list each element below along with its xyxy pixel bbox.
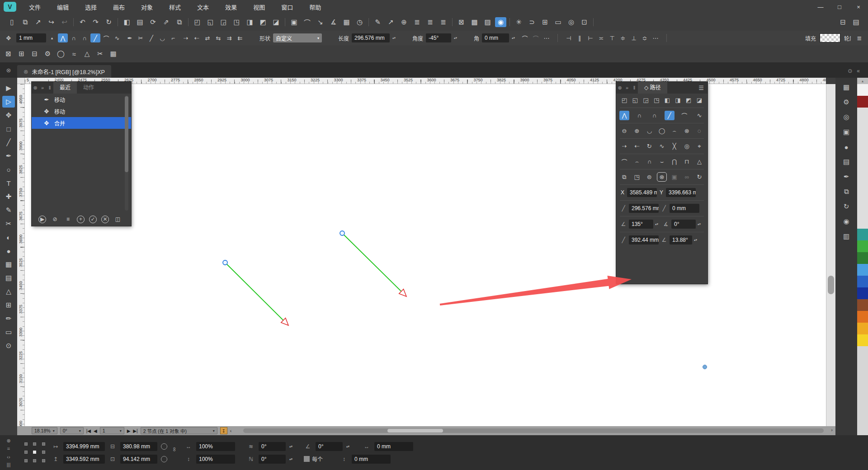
color-swatch[interactable] xyxy=(857,240,868,252)
align-middle-icon[interactable]: ≑ xyxy=(618,33,628,42)
panel-collapse-icon[interactable]: » xyxy=(39,85,46,90)
shape-union-icon[interactable]: ◰ xyxy=(619,95,629,105)
more-align-icon[interactable]: ⋯ xyxy=(651,33,660,42)
menu-item-4[interactable]: 画布 xyxy=(105,3,133,11)
text-tool[interactable]: T xyxy=(2,177,15,189)
node-curve-icon[interactable]: ◡ xyxy=(157,33,167,42)
length-field[interactable]: 296.576 mm xyxy=(352,33,390,42)
maximize-button[interactable]: □ xyxy=(830,4,849,10)
merge-icon[interactable]: ◨ xyxy=(244,17,255,27)
align-bottom-icon[interactable]: ⊥ xyxy=(629,33,639,42)
width-field[interactable]: 380.98 mm xyxy=(120,442,157,451)
redo-icon[interactable]: ↷ xyxy=(90,17,101,27)
menu-item-9[interactable]: 视图 xyxy=(245,3,273,11)
curve-segment-icon[interactable]: ∩ xyxy=(80,33,90,42)
color-swatch[interactable] xyxy=(857,276,868,287)
grid-mode-icon[interactable]: ▦ xyxy=(108,49,119,59)
history-item-2[interactable]: ✥移动 xyxy=(32,105,131,117)
duplicate-path-icon[interactable]: ⧉ xyxy=(619,172,629,182)
export-document-icon[interactable]: ↗ xyxy=(33,17,44,27)
mesh-tool[interactable]: ▦ xyxy=(2,258,15,270)
open-document-icon[interactable]: ⧉ xyxy=(19,17,31,27)
panel-menu-icon[interactable]: ☰ xyxy=(698,85,704,91)
refresh-panel-icon[interactable]: ↻ xyxy=(841,202,852,212)
history-item-1[interactable]: ✒移动 xyxy=(32,94,131,105)
node-handle-icon[interactable]: ⌐ xyxy=(168,33,178,42)
scroll-right-icon[interactable]: › xyxy=(831,427,833,432)
marquee-tool[interactable]: □ xyxy=(2,123,15,135)
ellipse-tool[interactable]: ○ xyxy=(2,164,15,175)
path-angle-stepper[interactable]: ▴▾ xyxy=(655,223,660,226)
select-region-icon[interactable]: ⊞ xyxy=(539,17,551,27)
pen-panel-icon[interactable]: ✒ xyxy=(841,172,852,182)
share-document-icon[interactable]: ↪ xyxy=(46,17,57,27)
node-line-icon[interactable]: ╱ xyxy=(146,33,156,42)
align-right-icon[interactable]: ⊢ xyxy=(585,33,595,42)
path-x-field[interactable]: 3585.489 mm xyxy=(627,188,657,197)
offset-horizontal-field[interactable]: 0 mm xyxy=(374,442,413,451)
panel-close-icon[interactable]: ⊗ xyxy=(32,85,39,91)
path-angle-2-field[interactable]: 0° xyxy=(671,220,696,229)
color-panel-icon[interactable]: ● xyxy=(841,142,852,152)
skew-vertical-field[interactable]: 0° xyxy=(259,455,286,464)
union-icon[interactable]: ◰ xyxy=(192,17,203,27)
bars-icon[interactable]: ||| xyxy=(7,462,11,467)
proportional-toggle-2[interactable] xyxy=(161,456,167,462)
library-panel-icon[interactable]: ▥ xyxy=(841,231,852,241)
rotation-select[interactable]: 0°▾ xyxy=(60,427,84,434)
outline-path-icon[interactable]: ◌ xyxy=(694,126,704,136)
back-bracket-icon[interactable]: ‹ xyxy=(230,428,232,433)
panel-close-icon[interactable]: ⊗ xyxy=(6,438,10,444)
knife-mode-icon[interactable]: ✂ xyxy=(94,49,106,59)
next-page-button[interactable]: ▶ xyxy=(127,428,131,433)
stack-up-icon[interactable]: ≣ xyxy=(425,17,436,27)
panel-pin-icon[interactable]: ‖ xyxy=(46,85,53,90)
panel-pin-icon[interactable]: ‖ xyxy=(631,85,638,90)
color-swatch[interactable] xyxy=(857,264,868,276)
new-view-icon[interactable]: ⊞ xyxy=(16,49,27,59)
proportional-toggle[interactable] xyxy=(161,443,167,450)
line-segment-icon[interactable]: ╱ xyxy=(665,111,675,120)
subtract-icon[interactable]: ◲ xyxy=(218,17,229,27)
polygon-tool[interactable]: △ xyxy=(2,286,15,297)
path-angle-2-stepper[interactable]: ▴▾ xyxy=(698,223,703,226)
combine-path-icon[interactable]: ◳ xyxy=(632,172,642,182)
menu-item-7[interactable]: 文本 xyxy=(189,3,217,11)
close-button[interactable]: × xyxy=(849,4,868,10)
cancel-history-icon[interactable]: ✕ xyxy=(101,216,109,223)
color-swatch[interactable] xyxy=(857,84,868,96)
height-field[interactable]: 94.142 mm xyxy=(120,455,157,464)
angle-brackets-icon[interactable]: ‹› xyxy=(7,454,10,460)
magnet-icon[interactable]: ⊃ xyxy=(526,17,538,27)
brush-tool[interactable]: ✎ xyxy=(2,204,15,216)
menu-item-10[interactable]: 窗口 xyxy=(273,3,301,11)
bezier-segment-icon[interactable]: ⌒ xyxy=(101,33,111,42)
menu-item-11[interactable]: 帮助 xyxy=(301,3,329,11)
color-tool[interactable]: ● xyxy=(2,245,15,257)
offset-vertical-field[interactable]: 0 mm xyxy=(352,455,391,464)
each-option[interactable]: 每个 xyxy=(304,455,323,463)
more-options-icon[interactable]: ⋯ xyxy=(542,33,552,42)
stroke-width-field[interactable]: 1 mm xyxy=(16,33,46,42)
extend-left-icon[interactable]: ⇠ xyxy=(192,33,202,42)
split-nodes-icon[interactable]: ⇇ xyxy=(235,33,245,42)
menu-item-5[interactable]: 对象 xyxy=(133,3,161,11)
close-path-icon[interactable]: ◯ xyxy=(657,126,667,136)
shape-merge-icon[interactable]: ◧ xyxy=(662,95,672,105)
x-position-field[interactable]: 3394.999 mm xyxy=(63,442,105,451)
path-length-field[interactable]: 296.576 mm xyxy=(629,204,659,213)
tab-recent[interactable]: 最近 xyxy=(53,82,77,94)
selection-info-select[interactable]: 2 节点 (在 1 对象 中)▾ xyxy=(141,427,217,434)
move-copy-icon[interactable]: ⇗ xyxy=(160,17,172,27)
tab-bar-close-icon[interactable]: ⊗ xyxy=(0,62,17,78)
path-corner-angle-field[interactable]: 13.88° xyxy=(670,235,692,244)
line-tool[interactable]: ╱ xyxy=(2,136,15,148)
rotate-copy-icon[interactable]: ⟳ xyxy=(147,17,159,27)
shape-outline-icon[interactable]: ◪ xyxy=(694,95,704,105)
rotate-angle-icon[interactable]: ∡ xyxy=(328,17,339,27)
anchor-point-grid[interactable] xyxy=(22,440,48,465)
apps-panel-icon[interactable]: ▦ xyxy=(841,82,852,92)
spiral-segment-icon[interactable]: ∿ xyxy=(112,33,122,42)
new-document-icon[interactable]: ▯ xyxy=(6,17,18,27)
swap-nodes-icon[interactable]: ⇆ xyxy=(213,33,223,42)
